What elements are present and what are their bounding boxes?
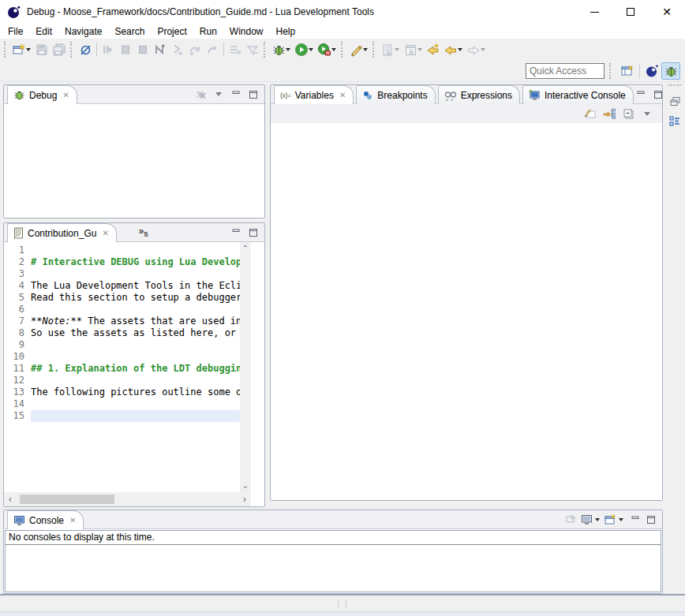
scroll-left-icon[interactable]: ‹ xyxy=(4,495,17,503)
debug-view-content[interactable] xyxy=(4,104,264,218)
editor-more-tabs-button[interactable]: »5 xyxy=(139,226,148,238)
quick-access-input[interactable] xyxy=(526,63,605,79)
variables-view-menu-button[interactable] xyxy=(640,106,654,121)
debug-bug-icon xyxy=(13,89,25,101)
close-icon[interactable]: ✕ xyxy=(69,516,76,525)
editor-line[interactable]: 12 xyxy=(4,375,240,386)
tab-variables[interactable]: (x)= Variables ✕ xyxy=(274,85,354,104)
line-number: 6 xyxy=(4,304,31,315)
close-icon[interactable]: ✕ xyxy=(339,91,346,99)
menu-item-project[interactable]: Project xyxy=(151,25,193,38)
tab-interactive-console[interactable]: Interactive Console xyxy=(522,85,634,104)
coverage-icon xyxy=(317,43,331,57)
scroll-down-icon[interactable]: ⌄ xyxy=(242,482,249,490)
menu-item-help[interactable]: Help xyxy=(270,25,302,38)
line-number: 10 xyxy=(4,351,31,363)
editor-line[interactable]: 4The Lua Development Tools in the Ecli xyxy=(4,280,240,292)
markdown-file-icon xyxy=(13,227,24,239)
debug-button[interactable] xyxy=(270,41,287,58)
show-type-names-button[interactable] xyxy=(583,106,597,121)
outline-view-button[interactable] xyxy=(668,114,682,129)
variables-content[interactable] xyxy=(271,123,662,500)
editor-horizontal-scrollbar[interactable]: ‹ › xyxy=(4,492,251,506)
display-selected-console-button[interactable] xyxy=(579,513,593,527)
skip-all-breakpoints-button[interactable] xyxy=(77,41,94,58)
editor-line[interactable]: 13The following pictures outline some o xyxy=(4,386,240,398)
menu-item-window[interactable]: Window xyxy=(223,25,270,38)
save-button[interactable] xyxy=(33,41,51,58)
menu-item-run[interactable]: Run xyxy=(193,25,223,38)
line-text: The following pictures outline some o xyxy=(31,386,240,398)
editor-line[interactable]: 2# Interactive DEBUG using Lua Develop xyxy=(4,256,240,268)
console-content[interactable]: No consoles to display at this time. xyxy=(5,530,661,592)
back-button[interactable] xyxy=(442,41,459,58)
lua-perspective-button[interactable] xyxy=(642,62,661,80)
editor-line[interactable]: 5Read this section to setup a debugger xyxy=(4,292,240,304)
restore-view-button[interactable] xyxy=(668,94,682,108)
editor-line[interactable]: 3 xyxy=(4,268,240,280)
debug-dropdown-icon[interactable] xyxy=(286,48,290,51)
external-tools-button[interactable] xyxy=(347,41,365,58)
debug-minimize-button[interactable] xyxy=(229,88,243,102)
close-icon[interactable]: ✕ xyxy=(102,229,108,237)
remove-all-terminated-icon xyxy=(195,88,208,101)
scrollbar-thumb[interactable] xyxy=(20,495,114,504)
coverage-dropdown-icon[interactable] xyxy=(331,48,336,51)
external-tools-dropdown-icon[interactable] xyxy=(363,48,368,51)
debug-view-menu-button[interactable] xyxy=(211,88,226,102)
scroll-up-icon[interactable]: ⌃ xyxy=(242,245,249,252)
scroll-right-icon[interactable]: › xyxy=(238,495,251,503)
line-text xyxy=(31,410,240,422)
display-console-dropdown-icon[interactable] xyxy=(595,518,600,521)
back-dropdown-icon[interactable] xyxy=(458,48,462,51)
open-console-dropdown-icon[interactable] xyxy=(619,518,623,521)
display-console-icon xyxy=(581,514,593,525)
debug-maximize-button[interactable] xyxy=(246,88,260,102)
collapse-all-button[interactable] xyxy=(621,106,635,121)
tab-breakpoints[interactable]: Breakpoints xyxy=(356,85,435,104)
editor-line[interactable]: 14 xyxy=(4,398,240,410)
window-close-button[interactable]: ✕ xyxy=(649,0,685,24)
editor-line[interactable]: 1 xyxy=(4,245,240,256)
editor-text-area[interactable]: 12# Interactive DEBUG using Lua Develop3… xyxy=(4,245,240,492)
tab-expressions[interactable]: x y Expressions xyxy=(438,85,520,104)
new-dropdown-icon[interactable] xyxy=(26,48,31,51)
editor-maximize-button[interactable] xyxy=(246,226,260,240)
variables-maximize-button[interactable] xyxy=(651,88,665,102)
editor-body[interactable]: 12# Interactive DEBUG using Lua Develop3… xyxy=(4,242,264,506)
statusbar-drag-handle[interactable]: ⋮⋮ xyxy=(335,602,350,606)
window-maximize-button[interactable] xyxy=(612,0,649,24)
save-all-button[interactable] xyxy=(51,41,68,58)
run-button[interactable] xyxy=(293,41,310,58)
show-execution-icon xyxy=(229,43,242,57)
new-wizard-button[interactable] xyxy=(10,41,28,58)
open-perspective-button[interactable] xyxy=(618,62,637,80)
tab-debug[interactable]: Debug ✕ xyxy=(7,85,77,104)
console-minimize-button[interactable] xyxy=(628,513,642,527)
run-dropdown-icon[interactable] xyxy=(309,48,313,51)
editor-line[interactable]: 9 xyxy=(4,339,240,351)
editor-line[interactable]: 15 xyxy=(4,410,240,422)
window-minimize-button[interactable] xyxy=(576,0,612,24)
editor-line[interactable]: 6 xyxy=(4,304,240,315)
console-maximize-button[interactable] xyxy=(644,513,658,527)
menu-item-edit[interactable]: Edit xyxy=(29,25,58,38)
debug-perspective-button[interactable] xyxy=(661,62,680,80)
variables-minimize-button[interactable] xyxy=(634,88,648,102)
editor-line[interactable]: 11## 1. Explanation of the LDT debuggin xyxy=(4,363,240,375)
show-logical-structures-button[interactable] xyxy=(602,106,616,121)
menu-item-search[interactable]: Search xyxy=(108,25,151,38)
open-console-button[interactable] xyxy=(603,513,617,527)
editor-line[interactable]: 7**Note:** The assets that are used in xyxy=(4,315,240,327)
menu-item-file[interactable]: File xyxy=(2,25,29,38)
last-edit-location-button[interactable] xyxy=(425,41,442,58)
editor-line[interactable]: 8So use the assets as listed here, or xyxy=(4,327,240,339)
close-icon[interactable]: ✕ xyxy=(62,91,69,99)
tab-console[interactable]: Console ✕ xyxy=(7,510,84,529)
tab-contribution-guide[interactable]: Contribution_Gu ✕ xyxy=(7,223,117,242)
editor-line[interactable]: 10 xyxy=(4,351,240,363)
editor-minimize-button[interactable] xyxy=(229,226,243,240)
menu-item-navigate[interactable]: Navigate xyxy=(58,25,108,38)
editor-vertical-scrollbar[interactable]: ⌃ ⌄ xyxy=(240,242,251,492)
coverage-button[interactable] xyxy=(316,41,333,58)
